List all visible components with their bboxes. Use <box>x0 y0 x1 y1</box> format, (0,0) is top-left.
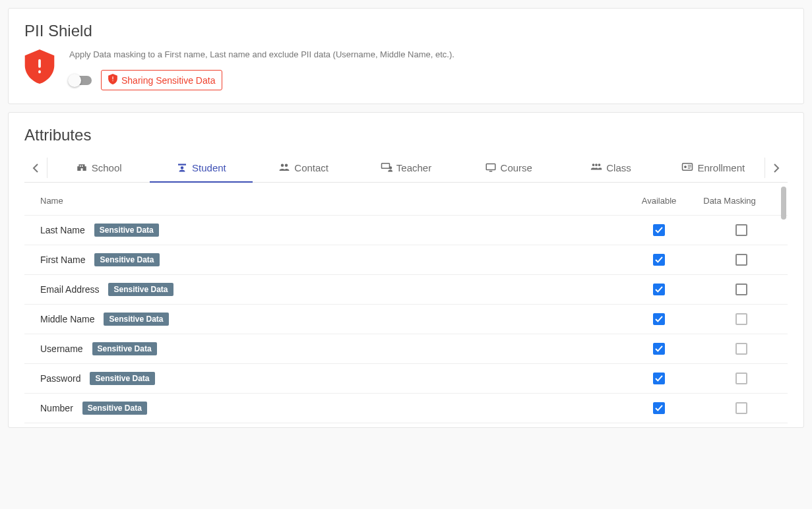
tab-school[interactable]: School <box>47 154 150 182</box>
class-icon <box>590 162 602 174</box>
attributes-card: Attributes SchoolStudentContactTeacherCo… <box>8 112 804 428</box>
tab-label: Class <box>606 162 631 173</box>
svg-rect-2 <box>112 76 113 80</box>
svg-rect-6 <box>381 164 389 169</box>
attribute-name: Username <box>40 344 83 354</box>
sensitive-data-badge: Sensitive Data <box>92 342 157 355</box>
sensitive-data-badge: Sensitive Data <box>104 313 168 326</box>
sharing-sensitive-data-label: Sharing Sensitive Data <box>121 75 215 86</box>
svg-rect-0 <box>38 59 41 68</box>
sensitive-data-badge: Sensitive Data <box>90 372 154 385</box>
available-checkbox[interactable] <box>653 313 665 325</box>
svg-rect-1 <box>38 71 41 74</box>
tab-label: Contact <box>294 162 328 173</box>
table-row: Middle NameSensitive Data <box>24 305 788 334</box>
shield-icon <box>24 49 55 86</box>
pii-shield-description: Apply Data masking to a First name, Last… <box>69 49 788 59</box>
available-checkbox[interactable] <box>653 343 665 355</box>
tab-label: School <box>92 162 122 173</box>
available-checkbox[interactable] <box>653 254 665 266</box>
tab-label: Teacher <box>396 162 431 173</box>
attributes-title: Attributes <box>24 126 788 144</box>
data-masking-checkbox[interactable] <box>735 402 747 414</box>
pii-shield-title: PII Shield <box>24 22 788 40</box>
enrollment-icon <box>681 162 693 174</box>
svg-point-13 <box>685 165 687 168</box>
table-row: First NameSensitive Data <box>24 245 788 275</box>
column-available: Available <box>623 187 695 216</box>
data-masking-checkbox[interactable] <box>735 224 747 236</box>
scrollbar[interactable] <box>781 187 786 220</box>
pii-shield-card: PII Shield Apply Data masking to a First… <box>8 8 804 104</box>
tab-label: Enrollment <box>697 162 745 173</box>
tab-teacher[interactable]: Teacher <box>355 154 457 182</box>
data-masking-checkbox[interactable] <box>735 373 747 384</box>
pii-shield-toggle[interactable] <box>69 76 92 85</box>
svg-rect-3 <box>112 80 113 81</box>
tabs-scroll-left[interactable] <box>24 154 47 182</box>
tab-course[interactable]: Course <box>457 154 559 182</box>
attribute-name: Number <box>40 403 73 413</box>
tab-label: Course <box>501 162 532 173</box>
sharing-sensitive-data-button[interactable]: Sharing Sensitive Data <box>101 70 222 90</box>
table-row: UsernameSensitive Data <box>24 334 788 364</box>
column-data-masking: Data Masking <box>695 187 788 216</box>
attribute-name: Email Address <box>40 284 99 295</box>
data-masking-checkbox[interactable] <box>735 313 747 325</box>
attribute-name: Middle Name <box>40 314 94 324</box>
course-icon <box>485 162 497 174</box>
svg-point-7 <box>389 166 392 169</box>
svg-point-9 <box>592 164 595 166</box>
data-masking-checkbox[interactable] <box>735 284 747 295</box>
svg-point-5 <box>285 164 288 167</box>
attribute-name: Last Name <box>40 225 85 235</box>
svg-point-10 <box>595 164 598 166</box>
attributes-tabs: SchoolStudentContactTeacherCourseClassEn… <box>24 154 788 183</box>
tab-student[interactable]: Student <box>150 154 252 182</box>
table-row: Email AddressSensitive Data <box>24 275 788 305</box>
sensitive-data-badge: Sensitive Data <box>82 402 147 415</box>
available-checkbox[interactable] <box>653 402 665 414</box>
svg-point-4 <box>281 164 284 167</box>
teacher-icon <box>381 162 392 174</box>
student-icon <box>176 162 188 174</box>
data-masking-checkbox[interactable] <box>735 343 747 355</box>
tab-class[interactable]: Class <box>559 154 662 182</box>
available-checkbox[interactable] <box>653 224 665 236</box>
school-icon <box>76 162 88 174</box>
column-name: Name <box>24 187 623 216</box>
svg-point-11 <box>598 164 601 166</box>
svg-rect-8 <box>486 164 495 170</box>
sensitive-data-badge: Sensitive Data <box>108 283 173 296</box>
attribute-name: First Name <box>40 254 85 265</box>
sensitive-data-badge: Sensitive Data <box>94 224 159 237</box>
contact-icon <box>278 162 290 174</box>
table-row: Last NameSensitive Data <box>24 216 788 245</box>
warning-shield-icon <box>108 74 117 86</box>
tab-label: Student <box>192 162 226 173</box>
attributes-table: Name Available Data Masking Last NameSen… <box>24 187 788 423</box>
tabs-scroll-right[interactable] <box>765 154 788 182</box>
tab-contact[interactable]: Contact <box>253 154 355 182</box>
attribute-name: Password <box>40 373 80 384</box>
data-masking-checkbox[interactable] <box>735 254 747 266</box>
sensitive-data-badge: Sensitive Data <box>94 253 159 266</box>
table-row: PasswordSensitive Data <box>24 364 788 394</box>
available-checkbox[interactable] <box>653 373 665 384</box>
table-row: NumberSensitive Data <box>24 394 788 423</box>
available-checkbox[interactable] <box>653 284 665 295</box>
attributes-table-wrap: Name Available Data Masking Last NameSen… <box>24 187 788 423</box>
tab-enrollment[interactable]: Enrollment <box>662 154 765 182</box>
